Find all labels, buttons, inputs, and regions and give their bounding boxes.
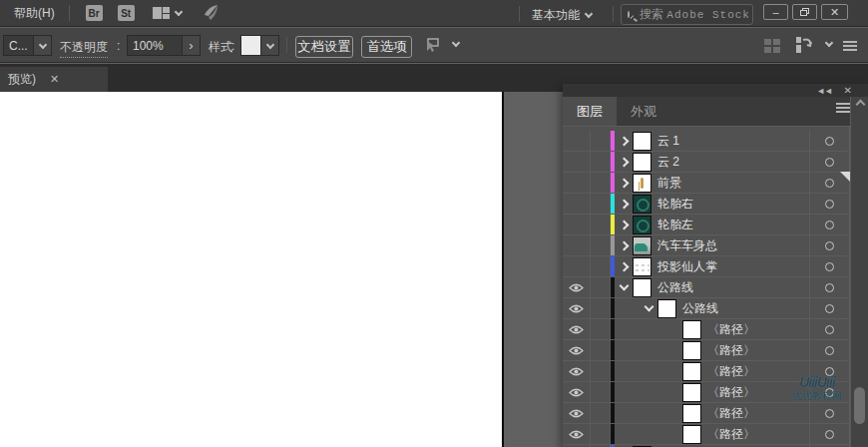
scroll-up-icon[interactable] (856, 100, 866, 110)
chevron-down-icon[interactable] (452, 39, 460, 47)
target-cell[interactable] (809, 215, 849, 234)
lock-toggle[interactable] (591, 340, 611, 360)
lock-toggle[interactable] (591, 277, 611, 297)
layer-thumbnail[interactable] (682, 362, 701, 381)
gpu-performance-icon[interactable] (202, 4, 221, 22)
opacity-label[interactable]: 不透明度 (60, 39, 108, 58)
layer-row[interactable]: 轮胎右 (563, 194, 849, 215)
layer-row[interactable]: 投影仙人掌 (563, 256, 849, 277)
target-cell[interactable] (809, 235, 849, 255)
layer-thumbnail[interactable] (633, 132, 651, 151)
layer-thumbnail[interactable] (633, 278, 651, 297)
layer-thumbnail[interactable] (633, 257, 651, 276)
arrange-documents-button[interactable] (153, 7, 182, 19)
lock-toggle[interactable] (591, 131, 611, 151)
lock-toggle[interactable] (591, 256, 611, 276)
visibility-toggle[interactable] (563, 382, 591, 402)
target-cell[interactable] (809, 361, 849, 381)
expand-chevron-icon[interactable] (615, 201, 633, 208)
brushes-panel-button[interactable]: Br (86, 5, 103, 21)
layer-thumbnail[interactable] (682, 383, 701, 402)
lock-toggle[interactable] (591, 319, 611, 339)
target-cell[interactable] (809, 319, 849, 339)
layer-row[interactable]: 汽车车身总 (563, 235, 849, 256)
layer-thumbnail[interactable] (682, 320, 701, 339)
visibility-toggle[interactable] (563, 235, 591, 255)
layer-thumbnail[interactable] (633, 216, 651, 234)
artboard-canvas[interactable] (0, 92, 502, 447)
target-cell[interactable] (809, 152, 849, 172)
layer-row[interactable]: 〈路径〉 (563, 424, 849, 445)
layer-row[interactable]: 〈路径〉 (563, 319, 849, 340)
target-cell[interactable] (809, 298, 849, 318)
expand-chevron-icon[interactable] (615, 285, 633, 289)
variable-width-profile-dropdown[interactable] (34, 35, 52, 56)
style-swatch[interactable] (240, 35, 261, 56)
layer-thumbnail[interactable] (633, 195, 651, 214)
variable-width-profile-value[interactable]: C... (3, 35, 34, 56)
expand-chevron-icon[interactable] (640, 306, 657, 310)
layer-thumbnail[interactable] (682, 425, 701, 444)
visibility-toggle[interactable] (563, 277, 591, 297)
lock-toggle[interactable] (591, 361, 611, 381)
layer-row[interactable]: 云 2 (563, 152, 849, 173)
lock-toggle[interactable] (591, 235, 611, 255)
expand-chevron-icon[interactable] (615, 242, 633, 249)
visibility-toggle[interactable] (563, 361, 591, 381)
expand-chevron-icon[interactable] (615, 222, 633, 228)
layer-row[interactable]: 公路线 (563, 277, 849, 298)
close-button[interactable]: ✕ (821, 4, 848, 20)
menu-icon[interactable] (843, 41, 857, 51)
visibility-toggle[interactable] (563, 215, 591, 234)
visibility-toggle[interactable] (563, 298, 591, 318)
lock-toggle[interactable] (591, 194, 611, 214)
layer-thumbnail[interactable] (682, 404, 701, 423)
visibility-toggle[interactable] (563, 194, 591, 214)
chevron-down-icon[interactable] (825, 39, 833, 47)
visibility-toggle[interactable] (563, 424, 591, 444)
layer-thumbnail[interactable] (633, 174, 651, 193)
expand-chevron-icon[interactable] (615, 263, 633, 270)
target-cell[interactable] (809, 194, 849, 214)
layer-row[interactable]: 〈路径〉 (563, 382, 849, 403)
layer-row[interactable]: 〈路径〉 (563, 340, 849, 361)
style-dropdown[interactable] (261, 35, 279, 56)
lock-toggle[interactable] (591, 403, 611, 423)
visibility-toggle[interactable] (563, 340, 591, 360)
restore-button[interactable] (792, 4, 817, 20)
search-input[interactable]: 搜索 Adobe Stock (621, 4, 753, 25)
document-tab[interactable]: 预览) ✕ (0, 67, 108, 92)
target-cell[interactable] (809, 277, 849, 297)
lock-toggle[interactable] (591, 382, 611, 402)
opacity-stepper[interactable]: › (183, 35, 201, 56)
layer-row[interactable]: 公路线 (563, 298, 849, 319)
selection-options-button[interactable] (423, 38, 441, 56)
graphic-styles-panel-button[interactable]: St (118, 5, 135, 21)
visibility-toggle[interactable] (563, 173, 591, 193)
minimize-button[interactable]: – (763, 4, 788, 20)
expand-chevron-icon[interactable] (615, 180, 633, 187)
visibility-toggle[interactable] (563, 403, 591, 423)
touch-workspace-icon[interactable] (764, 39, 780, 53)
layer-row[interactable]: 〈路径〉 (563, 361, 849, 382)
tab-appearance[interactable]: 外观 (617, 97, 670, 126)
layer-row[interactable]: 轮胎左 (563, 215, 849, 235)
arrange-documents-dropdown[interactable] (795, 37, 812, 56)
scrollbar-thumb[interactable] (854, 387, 865, 424)
expand-chevron-icon[interactable] (615, 159, 633, 166)
tab-close-icon[interactable]: ✕ (50, 73, 59, 86)
lock-toggle[interactable] (591, 173, 611, 193)
tab-layers[interactable]: 图层 (563, 97, 617, 126)
target-cell[interactable] (809, 382, 849, 402)
opacity-input[interactable]: 100% (127, 35, 183, 56)
layer-row[interactable]: 〈路径〉 (563, 403, 849, 424)
visibility-toggle[interactable] (563, 131, 591, 151)
panel-title-bar[interactable]: ◄◄ ✕ (563, 84, 868, 97)
visibility-toggle[interactable] (563, 256, 591, 276)
lock-toggle[interactable] (591, 215, 611, 234)
panel-menu-icon[interactable] (836, 103, 850, 113)
target-cell[interactable] (809, 340, 849, 360)
lock-toggle[interactable] (591, 424, 611, 444)
lock-toggle[interactable] (591, 298, 611, 318)
target-cell[interactable] (809, 403, 849, 423)
